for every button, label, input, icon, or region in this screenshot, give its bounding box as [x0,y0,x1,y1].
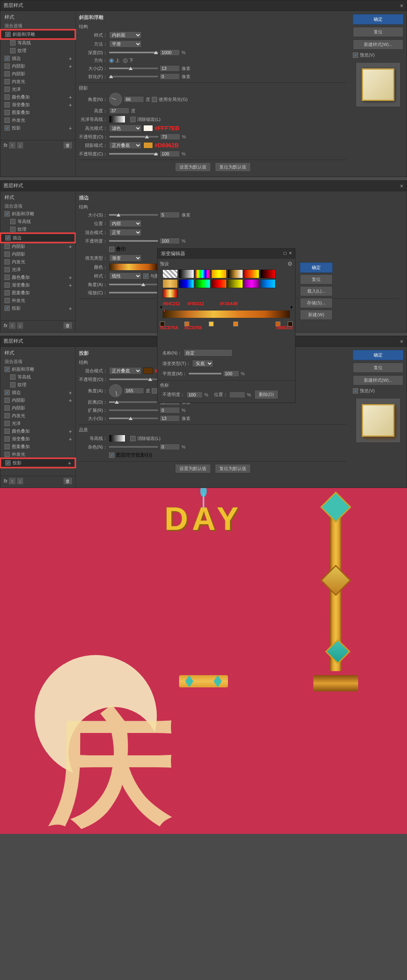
stroke-angle-slider[interactable] [109,284,158,285]
p2-cb-gradient-overlay[interactable] [4,282,10,288]
cb-texture[interactable] [10,48,15,53]
p2-inner-shadow2[interactable]: 内阴影 [0,250,75,258]
cb-inner-glow[interactable] [4,79,10,84]
sidebar-stroke[interactable]: 描边 + [0,55,75,62]
preset-gold2[interactable] [162,279,178,288]
p2-cb-drop-shadow[interactable] [4,306,10,311]
p3-reset-default-btn[interactable]: 复位为默认值 [215,464,251,473]
sidebar-gradient-overlay[interactable]: 渐变叠加 + [0,101,75,109]
p3-size-slider[interactable] [109,418,158,419]
p3-confirm-btn[interactable]: 确定 [353,350,403,360]
preset-fire[interactable] [244,269,259,278]
sidebar-inner-shadow2[interactable]: 内阴影 [0,70,75,78]
color-stop-3[interactable] [209,322,214,326]
inner-shadow-plus[interactable]: + [69,63,72,70]
panel2-close[interactable]: × [400,183,403,189]
direction-down[interactable]: 下 [123,57,133,63]
sidebar-contour[interactable]: 等高线 [0,39,75,47]
cb-gradient-overlay[interactable] [4,102,10,107]
stroke-opacity-input[interactable]: 100 [160,238,180,244]
p3-gradient-plus[interactable]: + [69,436,72,442]
p3-cb-color-overlay[interactable] [4,429,10,434]
stop-arrow-1[interactable]: ↓ [163,306,166,313]
fill-type-select[interactable]: 渐变 [109,254,142,262]
method-select[interactable]: 平滑 [109,40,142,48]
p2-cb-pattern-overlay[interactable] [4,290,10,295]
ge-confirm-btn[interactable]: 确定 [300,262,333,273]
p3-pattern-overlay[interactable]: 图案叠加 [0,443,75,451]
p3-cb-contour[interactable] [10,374,15,380]
p2-inner-shadow-plus[interactable]: + [69,243,72,250]
p2-gradient-overlay[interactable]: 渐变叠加 + [0,281,75,289]
panel3-close[interactable]: × [400,338,403,345]
ge-save-btn[interactable]: 存储(S)... [300,298,333,308]
p3-drop-shadow[interactable]: 投影 + [0,458,75,468]
cb-color-overlay[interactable] [4,94,10,100]
sidebar-drop-shadow[interactable]: 投影 + [0,124,75,132]
p3-cb-outer-glow[interactable] [4,452,10,457]
preset-transparent[interactable] [162,269,178,278]
depth-slider[interactable] [109,52,158,53]
preset-orange[interactable] [211,269,227,278]
preset-gold3[interactable] [162,289,178,298]
p3-spread-input[interactable]: 0 [160,407,180,413]
p2-drop-shadow[interactable]: 投影 + [0,304,75,312]
sidebar-pattern-overlay[interactable]: 图案叠加 [0,109,75,116]
sidebar-inner-glow[interactable]: 内发光 [0,78,75,85]
p3-gradient-overlay[interactable]: 渐变叠加 + [0,435,75,443]
ge-new-btn[interactable]: 新建(W) [300,310,333,320]
p3-anti-alias-cb[interactable] [130,436,136,441]
style-select[interactable]: 内斜面 [109,31,142,39]
cb-contour[interactable] [10,40,15,46]
p3-reset-btn[interactable]: 复位 [353,363,403,373]
preset-rainbow[interactable] [195,269,210,278]
preset-cyan[interactable] [260,279,276,288]
sidebar-bevel-emboss[interactable]: 斜面和浮雕 [0,30,75,39]
p3-satin[interactable]: 光泽 [0,420,75,427]
ge-reset-btn[interactable]: 复位 [300,274,333,284]
p3-stroke[interactable]: 描边 + [0,389,75,396]
confirm-btn[interactable]: 确定 [353,14,403,24]
p3-inner-glow[interactable]: 内发光 [0,412,75,420]
soften-input[interactable]: 0 [160,73,180,80]
p3-color-plus[interactable]: + [69,428,72,435]
p3-blend-select[interactable]: 正片叠底 [109,367,142,374]
anti-alias-cb[interactable] [130,117,136,122]
cb-satin[interactable] [4,87,10,92]
scale-slider[interactable] [109,292,158,293]
color-stop-4[interactable] [233,322,238,326]
highlight-color-swatch[interactable] [143,125,153,131]
p2-drop-shadow-plus[interactable]: + [69,305,72,312]
sidebar-texture[interactable]: 纹理 [0,47,75,55]
p2-cb-satin[interactable] [4,267,10,272]
p2-cb-stroke[interactable] [5,235,11,241]
p3-gloss-preview[interactable] [109,435,125,442]
preset-bw[interactable] [179,269,194,278]
p3-noise-slider[interactable] [109,446,158,448]
p2-cb-inner-shadow[interactable] [4,244,10,249]
delete-stop-btn[interactable]: 删除(D) [254,390,278,399]
p2-pattern-overlay[interactable]: 图案叠加 [0,289,75,297]
p2-cb-bevel[interactable] [4,211,10,217]
shadow-opacity-input[interactable]: 100 [160,151,180,157]
sidebar-outer-glow[interactable]: 外发光 [0,116,75,124]
p3-cb-inner-shadow[interactable] [4,398,10,403]
presets-gear-icon[interactable]: ⚙ [287,260,293,267]
p3-cb-gradient-overlay[interactable] [4,436,10,442]
p2-cb-outer-glow[interactable] [4,298,10,303]
p3-inner-shadow-plus[interactable]: + [69,397,72,404]
p2-inner-glow[interactable]: 内发光 [0,258,75,266]
location-input[interactable] [229,392,245,398]
p3-angle-circle[interactable] [109,384,122,397]
cb-inner-shadow[interactable] [4,63,10,69]
p2-inner-shadow[interactable]: 内阴影 + [0,243,75,250]
p3-stroke-plus[interactable]: + [69,389,72,396]
p3-bevel[interactable]: 斜面和浮雕 [0,365,75,373]
p3-opacity-slider[interactable] [109,378,158,380]
cb-stroke[interactable] [4,56,10,61]
p3-preview-cb[interactable] [353,388,358,394]
new-style-btn[interactable]: 新建样式(W)... [353,39,403,50]
opacity-input2[interactable] [186,392,203,398]
preset-dark-red[interactable] [260,269,276,278]
p3-shadow-color-swatch[interactable] [143,368,153,374]
